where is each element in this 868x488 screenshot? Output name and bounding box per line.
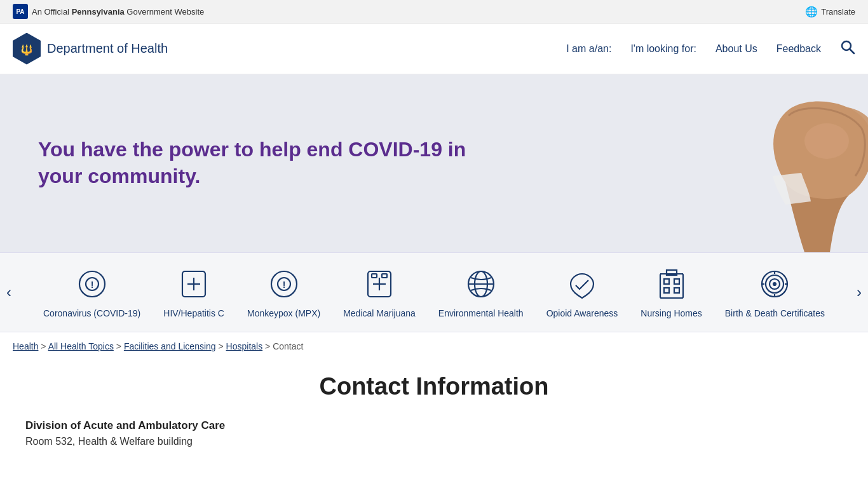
nav-feedback[interactable]: Feedback xyxy=(776,43,821,55)
svg-point-33 xyxy=(773,283,776,285)
nav-looking-for[interactable]: I'm looking for: xyxy=(630,43,696,55)
hiv-label: HIV/Hepatitis C xyxy=(163,308,224,319)
opioid-icon xyxy=(564,266,600,302)
certificates-icon xyxy=(756,266,793,302)
svg-text:!: ! xyxy=(282,280,285,290)
certificates-label: Birth & Death Certificates xyxy=(725,308,825,319)
svg-text:🔱: 🔱 xyxy=(20,44,33,56)
top-bar: PA An Official Pennsylvania Government W… xyxy=(0,0,868,24)
arm-illustration xyxy=(658,81,868,252)
official-notice: PA An Official Pennsylvania Government W… xyxy=(13,4,204,19)
environmental-label: Environmental Health xyxy=(438,308,524,319)
search-button[interactable] xyxy=(840,39,855,58)
svg-rect-18 xyxy=(372,274,377,278)
svg-rect-27 xyxy=(674,288,679,293)
breadcrumb-sep-2: > xyxy=(116,341,124,351)
svg-rect-25 xyxy=(674,279,679,284)
division-address: Room 532, Health & Welfare building xyxy=(25,436,843,447)
breadcrumb-sep-1: > xyxy=(41,341,48,351)
svg-point-5 xyxy=(804,123,849,159)
hiv-icon xyxy=(175,266,212,302)
breadcrumb-facilities[interactable]: Facilities and Licensing xyxy=(124,341,216,351)
nav-about-us[interactable]: About Us xyxy=(715,43,757,55)
topics-carousel: ‹ ! Coronavirus (COVID-19) HI xyxy=(0,252,868,332)
topic-item-monkeypox[interactable]: ! Monkeypox (MPX) xyxy=(240,259,328,325)
breadcrumb-health[interactable]: Health xyxy=(13,341,38,351)
translate-label: Translate xyxy=(821,7,855,17)
official-text: An Official Pennsylvania Government Webs… xyxy=(32,7,204,17)
opioid-label: Opioid Awareness xyxy=(546,308,618,319)
site-name: Department of Health xyxy=(47,41,168,56)
nav-i-am[interactable]: I am a/an: xyxy=(566,43,611,55)
site-logo[interactable]: 🔱 Department of Health xyxy=(13,33,168,65)
translate-button[interactable]: 🌐 Translate xyxy=(805,6,855,18)
topics-list: ! Coronavirus (COVID-19) HIV/Hepatitis C xyxy=(0,259,868,325)
breadcrumb-all-health[interactable]: All Health Topics xyxy=(48,341,114,351)
topic-item-environmental[interactable]: Environmental Health xyxy=(431,259,531,325)
monkeypox-icon: ! xyxy=(266,266,302,302)
hero-headline: You have the power to help end COVID-19 … xyxy=(38,137,470,189)
breadcrumb-sep-3: > xyxy=(219,341,226,351)
main-nav: I am a/an: I'm looking for: About Us Fee… xyxy=(566,39,855,58)
carousel-next-button[interactable]: › xyxy=(850,277,868,308)
topic-item-coronavirus[interactable]: ! Coronavirus (COVID-19) xyxy=(36,259,148,325)
division-name: Division of Acute and Ambulatory Care xyxy=(25,419,843,432)
site-header: 🔱 Department of Health I am a/an: I'm lo… xyxy=(0,24,868,74)
svg-rect-24 xyxy=(664,279,669,284)
breadcrumb: Health > All Health Topics > Facilities … xyxy=(0,332,868,360)
marijuana-label: Medical Marijuana xyxy=(343,308,416,319)
svg-rect-23 xyxy=(660,274,683,298)
hero-text-block: You have the power to help end COVID-19 … xyxy=(0,111,508,215)
coronavirus-label: Coronavirus (COVID-19) xyxy=(43,308,140,319)
nursing-label: Nursing Homes xyxy=(641,308,702,319)
main-content: Contact Information Division of Acute an… xyxy=(0,360,868,473)
topic-item-nursing[interactable]: Nursing Homes xyxy=(633,259,709,325)
topic-item-certificates[interactable]: Birth & Death Certificates xyxy=(717,259,832,325)
svg-rect-19 xyxy=(382,274,387,278)
nursing-icon xyxy=(653,266,690,302)
marijuana-icon xyxy=(361,266,398,302)
svg-rect-26 xyxy=(664,288,669,293)
breadcrumb-sep-4: > xyxy=(265,341,273,351)
topic-item-opioid[interactable]: Opioid Awareness xyxy=(539,259,626,325)
environmental-icon xyxy=(463,266,499,302)
topic-item-hiv[interactable]: HIV/Hepatitis C xyxy=(156,259,232,325)
page-title: Contact Information xyxy=(25,373,843,400)
svg-line-3 xyxy=(850,49,855,53)
pa-badge: PA xyxy=(13,4,28,19)
svg-text:!: ! xyxy=(90,280,93,290)
logo-icon: 🔱 xyxy=(13,33,41,65)
hero-banner: You have the power to help end COVID-19 … xyxy=(0,74,868,252)
carousel-prev-button[interactable]: ‹ xyxy=(0,277,18,308)
globe-icon: 🌐 xyxy=(805,6,818,18)
coronavirus-icon: ! xyxy=(74,266,111,302)
breadcrumb-hospitals[interactable]: Hospitals xyxy=(226,341,263,351)
monkeypox-label: Monkeypox (MPX) xyxy=(247,308,320,319)
hero-image xyxy=(652,74,868,252)
topic-item-marijuana[interactable]: Medical Marijuana xyxy=(336,259,423,325)
breadcrumb-contact: Contact xyxy=(273,341,303,351)
